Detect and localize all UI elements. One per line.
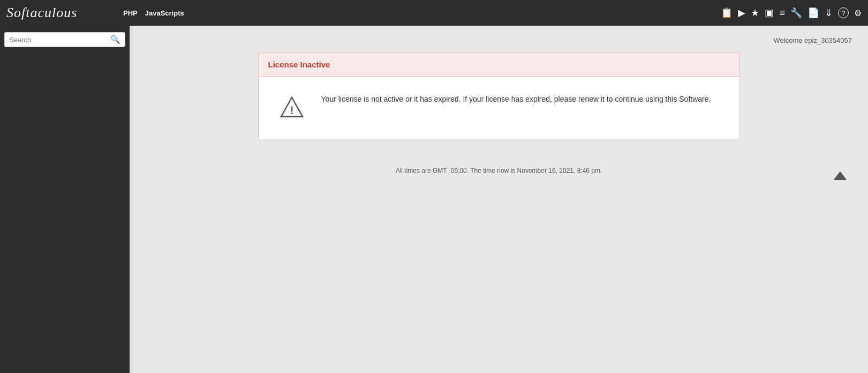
search-button[interactable]: 🔍 (110, 35, 120, 44)
search-input[interactable] (9, 36, 110, 44)
license-header-text: License Inactive (268, 60, 330, 69)
search-container: 🔍 (4, 32, 125, 47)
download-icon[interactable]: ⇓ (825, 7, 833, 19)
sidebar: 🔍 (0, 26, 130, 373)
nav-javascripts[interactable]: JavaScripts (145, 9, 184, 17)
wrench-icon[interactable]: 🔧 (790, 7, 802, 19)
welcome-bar: Welcome epiz_30354057 (146, 36, 852, 44)
welcome-text: Welcome epiz_30354057 (774, 36, 852, 44)
svg-text:!: ! (290, 104, 293, 116)
logo: Softaculous (6, 5, 114, 21)
top-nav-left: Softaculous PHP JavaScripts (6, 5, 184, 21)
layout: 🔍 Welcome epiz_30354057 License Inactive… (0, 26, 868, 373)
scroll-top-button[interactable] (834, 171, 847, 180)
license-message: Your license is not active or it has exp… (314, 93, 718, 106)
license-box: License Inactive ! Your license is not a… (258, 52, 740, 140)
warning-icon: ! (280, 95, 304, 124)
document-icon[interactable]: 📄 (807, 7, 819, 19)
time-info: All times are GMT -05:00. The time now i… (146, 162, 852, 180)
license-body: ! Your license is not active or it has e… (259, 77, 739, 140)
page-icon[interactable]: ▣ (765, 7, 774, 19)
help-icon[interactable]: ? (838, 7, 849, 18)
star-icon[interactable]: ★ (751, 7, 759, 19)
settings-icon[interactable]: ⚙ (854, 8, 862, 18)
license-header: License Inactive (259, 52, 739, 77)
list-icon[interactable]: ≡ (779, 7, 785, 19)
enduser-icon[interactable]: 📋 (721, 7, 733, 19)
top-navbar: Softaculous PHP JavaScripts 📋 ▶ ★ ▣ ≡ 🔧 … (0, 0, 868, 26)
footer-area: All times are GMT -05:00. The time now i… (146, 162, 852, 180)
main-content: Welcome epiz_30354057 License Inactive !… (130, 26, 868, 373)
nav-php[interactable]: PHP (123, 9, 138, 17)
top-nav-icons: 📋 ▶ ★ ▣ ≡ 🔧 📄 ⇓ ? ⚙ (721, 7, 862, 19)
play-icon[interactable]: ▶ (738, 7, 745, 19)
nav-links: PHP JavaScripts (123, 9, 184, 17)
